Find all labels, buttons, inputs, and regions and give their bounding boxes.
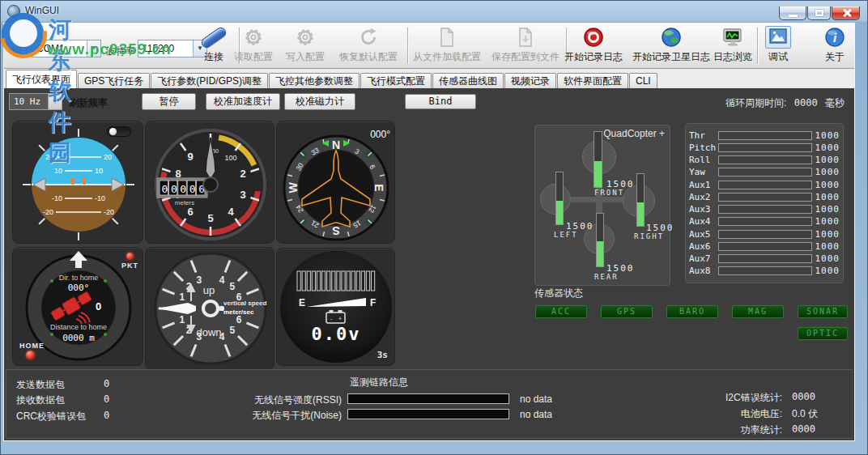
pause-button[interactable]: 暂停	[142, 93, 196, 110]
vario-up-label: up	[203, 284, 215, 296]
svg-text:10: 10	[95, 167, 103, 175]
start-log-button[interactable]: 开始记录日志	[560, 26, 628, 66]
write-config-button[interactable]: 写入配置	[281, 26, 330, 66]
i2c-errors-label: I2C错误统计:	[646, 391, 782, 405]
sensor-mag-button[interactable]: MAG	[732, 305, 784, 318]
restore-default-button[interactable]: 恢复默认配置	[333, 26, 404, 66]
load-config-file-button[interactable]: 从文件加载配置	[409, 26, 485, 66]
sensor-gps-button[interactable]: GPS	[601, 305, 653, 318]
rc-row-aux5: Aux51000	[689, 229, 840, 239]
motor-name-rear: REAR	[594, 273, 619, 281]
serial-port-select[interactable]: COM1 ▼	[32, 40, 101, 57]
file-icon	[437, 26, 457, 49]
power-stat-label: 功率统计:	[646, 423, 782, 437]
about-button[interactable]: i 关于	[817, 26, 853, 66]
window-title: WinGUI	[25, 5, 59, 16]
battery-voltage-label: 电池电压:	[646, 407, 782, 421]
sensor-baro-button[interactable]: BARO	[666, 305, 718, 318]
attitude-toggle[interactable]	[107, 126, 131, 137]
tab-pid-settings[interactable]: 飞行参数(PID/GPS)调整	[151, 73, 268, 88]
maximize-button[interactable]	[807, 6, 831, 20]
calibrate-mag-button[interactable]: 校准磁力计	[284, 93, 355, 110]
compass: N 3 6 E 12 15 S 21 24 W 30 33	[276, 121, 395, 244]
close-button[interactable]	[832, 6, 860, 20]
svg-text:2: 2	[240, 168, 245, 180]
vertical-speed-indicator: 0 1 2 3 4 5 6 1 2 3 4 5 6 up	[145, 247, 274, 370]
tab-misc-settings[interactable]: 飞控其他参数调整	[269, 73, 360, 88]
log-browse-button[interactable]: 日志浏览	[712, 26, 754, 66]
svg-text:S: S	[332, 224, 339, 237]
gps-corner-dot	[50, 279, 53, 283]
bind-button[interactable]: Bind	[405, 94, 476, 109]
empty-label: E	[299, 297, 305, 308]
tab-video-record[interactable]: 视频记录	[504, 73, 556, 88]
rc-channels-panel: Thr1000 Pitch1000 Roll1000 Yaw1000 Aux11…	[685, 123, 844, 283]
svg-text:6: 6	[187, 206, 193, 218]
home-led-label: HOME	[19, 342, 45, 350]
tab-gps-mission[interactable]: GPS飞行任务	[78, 73, 150, 88]
debug-button[interactable]: 调试	[760, 26, 796, 66]
start-gps-log-button[interactable]: 开始记录卫星日志	[629, 26, 713, 66]
refresh-rate-select[interactable]: 10 Hz ▼	[9, 93, 62, 110]
svg-text:+: +	[338, 316, 342, 321]
client-area: 串口 COM1 ▼ 波特率 115200 ▼ 连接 读取配置	[3, 23, 855, 441]
altimeter: 50 100 2 3 4 5 6 7 8 9	[145, 121, 274, 244]
connect-button[interactable]: 连接	[194, 26, 234, 66]
chevron-down-icon[interactable]: ▼	[87, 40, 100, 57]
full-label: F	[370, 297, 376, 308]
rc-bar	[718, 181, 812, 189]
chevron-down-icon[interactable]: ▼	[48, 94, 62, 109]
read-config-label: 读取配置	[234, 50, 273, 64]
close-icon	[843, 9, 851, 17]
save-config-file-button[interactable]: 保存配置到文件	[488, 26, 563, 66]
dir-to-home-value: 000°	[68, 283, 90, 293]
tab-sensor-graphs[interactable]: 传感器曲线图	[432, 73, 504, 88]
svg-text:5: 5	[230, 281, 236, 292]
info-icon: i	[824, 26, 845, 49]
tab-cli[interactable]: CLI	[629, 73, 657, 88]
svg-text:9: 9	[187, 151, 193, 163]
received-packets-value: 0	[104, 393, 109, 405]
motor-bar-rear	[596, 213, 604, 267]
rc-bar	[718, 205, 812, 214]
svg-text:E: E	[372, 184, 385, 191]
vario-unit-2: meter/sec	[223, 308, 254, 316]
vario-down-label: down	[196, 326, 221, 338]
svg-text:20: 20	[45, 153, 53, 161]
tab-gui-settings[interactable]: 软件界面配置	[557, 73, 628, 88]
rssi-value: no data	[520, 393, 552, 405]
motor-output-panel: QuadCopter + 1500 FRONT 1500 LEFT 1500 R…	[534, 125, 670, 286]
svg-text:1: 1	[179, 291, 185, 303]
rc-row-aux1: Aux11000	[689, 180, 840, 189]
noise-label: 无线信号干扰(Noise)	[209, 409, 342, 423]
minimize-button[interactable]	[779, 6, 806, 20]
sensor-optic-button[interactable]: OPTIC	[798, 327, 848, 340]
port-label: 串口	[9, 45, 28, 58]
tab-flight-modes[interactable]: 飞行模式配置	[360, 73, 432, 88]
rssi-bar	[347, 393, 509, 404]
rc-bar	[718, 143, 812, 152]
sensor-sonar-button[interactable]: SONAR	[798, 305, 848, 318]
refresh-rate-label: 刷新频率	[69, 96, 108, 110]
rc-row-pitch: Pitch1000	[689, 142, 840, 152]
sensor-acc-button[interactable]: ACC	[535, 305, 587, 318]
debug-label: 调试	[768, 50, 788, 64]
file-icon	[516, 26, 535, 49]
rc-bar	[718, 254, 812, 263]
rc-bar	[718, 155, 812, 164]
rc-row-yaw: Yaw1000	[689, 168, 840, 177]
rc-row-aux4: Aux41000	[689, 217, 840, 227]
toggle-knob	[109, 128, 117, 135]
rc-bar	[718, 217, 812, 226]
pkt-led-label: PKT	[121, 262, 138, 270]
svg-text:1: 1	[179, 314, 185, 325]
read-config-button[interactable]: 读取配置	[229, 26, 278, 66]
received-packets-label: 接收数据包	[16, 393, 65, 407]
heading-readout: 000°	[370, 129, 390, 140]
voltage-gauge: E F - + 0.0v 3s	[276, 248, 395, 366]
calibrate-acc-button[interactable]: 校准加速度计	[206, 93, 280, 110]
tab-flight-deck[interactable]: 飞行仪表界面	[6, 70, 77, 88]
svg-text:3: 3	[240, 189, 245, 201]
title-bar[interactable]: WinGUI	[0, 0, 868, 23]
noise-value: no data	[520, 409, 552, 420]
